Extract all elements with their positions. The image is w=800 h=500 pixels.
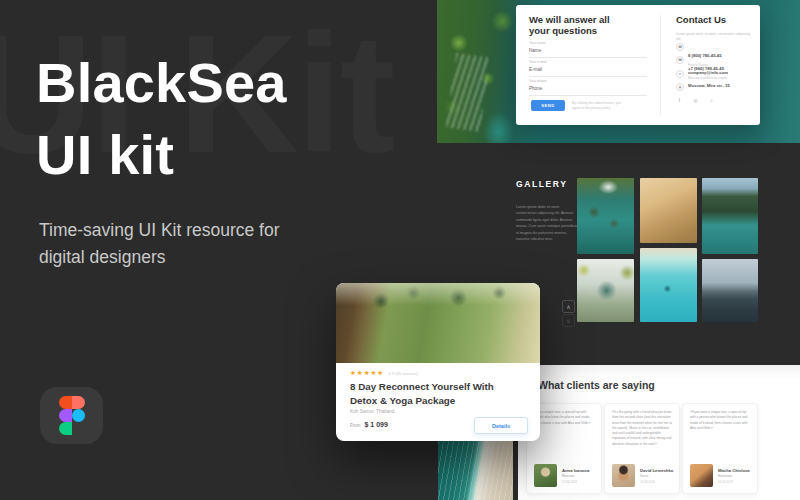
review-date: 12.06.2019	[562, 480, 589, 484]
beach-waves-photo	[438, 441, 513, 500]
page-subtitle: Time-saving UI Kit resource for digital …	[39, 217, 289, 271]
gallery-description: Lorem ipsum dolor sit amet, consectetuer…	[516, 204, 578, 243]
page-title-line1: BlackSea	[36, 47, 287, 119]
figma-green-shape	[59, 422, 72, 435]
tour-location: Koh Samui, Thailand	[350, 409, 394, 414]
contact-row-email: ✉ company@info.com	[676, 70, 756, 78]
client-location: Sochi	[640, 474, 673, 478]
name-field-value[interactable]: Name	[529, 48, 647, 53]
contact-form-heading: We will answer all your questions	[529, 14, 624, 37]
testimonial-quote: «It's like going with a friend who you k…	[612, 410, 672, 447]
testimonial-card: «If you want a unique tour, a special tr…	[682, 403, 758, 494]
twitter-icon[interactable]: ○	[708, 97, 715, 104]
card-divider	[660, 15, 661, 115]
figma-logo-icon	[59, 396, 85, 435]
instagram-icon[interactable]: ◎	[692, 97, 699, 104]
price-label: From	[350, 423, 361, 428]
price-value: $ 1 099	[365, 421, 388, 428]
testimonials-section: What clients are saying «It is a unique …	[518, 365, 800, 500]
tour-card: ★★★★★ 4.9 (35 reviews) 8 Day Reconnect Y…	[336, 283, 540, 441]
phone-field[interactable]: Your phone Phone	[529, 79, 647, 96]
tour-title: 8 Day Reconnect Yourself With Detox & Yo…	[350, 380, 522, 408]
phone-icon: ☎	[676, 56, 684, 64]
avatar	[612, 464, 635, 487]
client-location: Hannover	[718, 474, 750, 478]
mail-icon: ✉	[676, 70, 684, 78]
testimonial-quote: «If you want a unique tour, a special tr…	[690, 410, 750, 431]
gallery-photo-coastal-bridge[interactable]	[702, 259, 758, 322]
figma-blue-shape	[72, 409, 85, 422]
pin-icon: ◉	[676, 83, 684, 91]
details-button[interactable]: Details	[474, 417, 528, 434]
avatar	[534, 464, 557, 487]
contact-row-address: ◉ Moscow, Mira str., 35	[676, 83, 756, 91]
email-address[interactable]: company@info.com	[688, 70, 728, 75]
client-name: Anna Ivanova	[562, 468, 589, 473]
price-row: From $ 1 099	[350, 421, 388, 428]
gallery-photo-cathedral[interactable]	[577, 259, 634, 322]
figma-badge	[40, 387, 103, 444]
contact-card: We will answer all your questions Your n…	[516, 5, 760, 125]
page-title: BlackSea UI kit	[36, 47, 287, 190]
testimonial-footer: Anna Ivanova Moscow 12.06.2019	[534, 464, 589, 487]
phone-field-label: Your phone	[529, 79, 647, 83]
email-field-value[interactable]: E-mail	[529, 67, 647, 72]
social-links: f ◎ ○	[676, 97, 715, 104]
review-date: 16.06.2019	[718, 480, 750, 484]
figma-purple-shape	[59, 409, 72, 422]
testimonial-quote: «It is a unique tour, a special trip wit…	[534, 410, 594, 426]
client-name: David Lemeshko	[640, 468, 673, 473]
client-name: Masha Chislova	[718, 468, 750, 473]
contact-info-heading: Contact Us	[676, 14, 726, 25]
gallery-next-button[interactable]: ∨	[562, 314, 575, 327]
gallery-photo-waterfall-lagoon[interactable]	[577, 178, 634, 254]
phone-field-value[interactable]: Phone	[529, 86, 647, 91]
testimonial-footer: David Lemeshko Sochi 14.06.2019	[612, 464, 673, 487]
email-field[interactable]: Your e-mail E-mail	[529, 60, 647, 77]
send-button[interactable]: SEND	[531, 100, 565, 111]
page-title-line2: UI kit	[36, 119, 287, 191]
avatar	[690, 464, 713, 487]
figma-salmon-shape	[72, 396, 85, 409]
email-field-label: Your e-mail	[529, 60, 647, 64]
rating-text: 4.9 (35 reviews)	[388, 371, 418, 376]
contact-info-description: Lorem ipsum dolor sit amet, consectetur …	[676, 32, 752, 42]
street-address: Moscow, Mira str., 35	[688, 83, 730, 88]
rating-row: ★★★★★ 4.9 (35 reviews)	[350, 369, 418, 377]
testimonial-footer: Masha Chislova Hannover 16.06.2019	[690, 464, 750, 487]
waterfall-detail	[446, 53, 490, 132]
star-rating-icon: ★★★★★	[350, 369, 384, 377]
figma-red-shape	[59, 396, 72, 409]
gallery-prev-button[interactable]: ∧	[562, 300, 575, 313]
name-field[interactable]: Your name Name	[529, 41, 647, 58]
gallery-photo-turquoise-swimmer[interactable]	[640, 248, 697, 322]
testimonials-heading: What clients are saying	[538, 379, 655, 391]
client-location: Moscow	[562, 474, 589, 478]
phone-icon: ☎	[676, 43, 684, 51]
review-date: 14.06.2019	[640, 480, 673, 484]
testimonial-card: «It's like going with a friend who you k…	[604, 403, 680, 494]
privacy-disclaimer: By clicking the submit button, you agree…	[572, 101, 630, 111]
gallery-photo-mountain-lake[interactable]	[702, 178, 758, 254]
gallery-photo-sand-dunes[interactable]	[640, 178, 697, 243]
rice-terrace-photo	[336, 283, 540, 363]
name-field-label: Your name	[529, 41, 647, 45]
facebook-icon[interactable]: f	[676, 97, 683, 104]
page: UI Kit BlackSea UI kit Time-saving UI Ki…	[0, 0, 800, 500]
gallery-heading: GALLERY	[516, 179, 568, 189]
